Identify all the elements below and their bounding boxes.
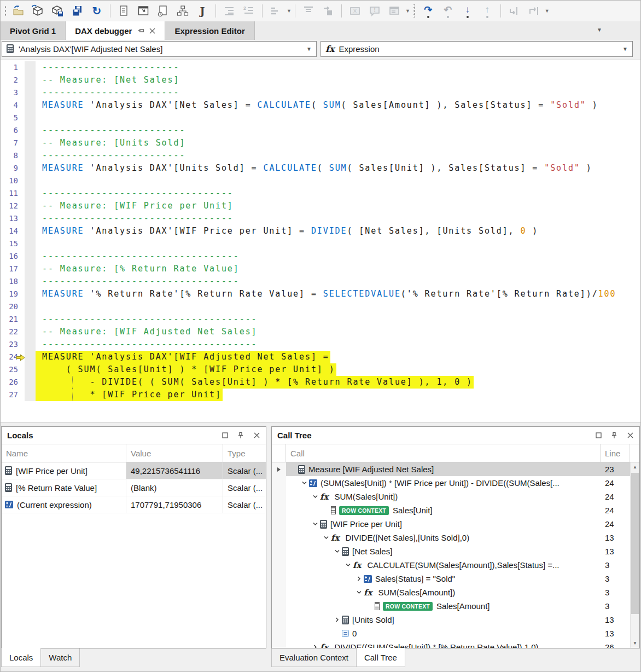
move-next-icon[interactable]	[321, 4, 335, 18]
code-line[interactable]: 2-- Measure: [Net Sales]	[1, 74, 640, 86]
format-indent-icon[interactable]	[222, 4, 236, 18]
run-results-icon[interactable]	[136, 4, 150, 18]
save-all-icon[interactable]	[70, 4, 84, 18]
chevron-down-icon[interactable]	[310, 521, 320, 527]
code-line[interactable]: 3-----------------------	[1, 86, 640, 99]
code-line[interactable]: 10	[1, 175, 640, 187]
calltree-row[interactable]: ROW CONTEXTSales[Unit]24	[272, 503, 630, 517]
tab-pivot-grid-1[interactable]: Pivot Grid 1	[1, 21, 66, 40]
format-indent-2-icon[interactable]: 2	[242, 4, 256, 18]
dax-code-editor[interactable]: 1-----------------------2-- Measure: [Ne…	[1, 60, 640, 422]
tab-watch[interactable]: Watch	[41, 648, 80, 667]
code-line[interactable]: 13--------------------------------	[1, 212, 640, 225]
calltree-row[interactable]: Measure [WIF Adjusted Net Sales]23	[272, 462, 630, 476]
vertical-scrollbar[interactable]: ▲ ▼	[630, 462, 639, 648]
code-line[interactable]: 21------------------------------------	[1, 313, 640, 326]
calltree-row[interactable]: ROW CONTEXTSales[Amount]3	[272, 599, 630, 613]
measure-selector[interactable]: 'Analysis DAX'[WIF Adjusted Net Sales] ▼	[2, 41, 317, 57]
calltree-row[interactable]: fxDIVIDE((SUM(Sales[Unit]) * [% Return R…	[272, 640, 630, 648]
step-out-icon[interactable]: ↑	[480, 4, 494, 18]
code-line[interactable]: 16---------------------------------	[1, 250, 640, 263]
code-line[interactable]: 8------------------------	[1, 149, 640, 162]
column-header-type[interactable]: Type	[223, 444, 266, 462]
query-plan-icon[interactable]	[156, 4, 170, 18]
chevron-right-icon[interactable]	[332, 617, 342, 623]
locals-row[interactable]: (Current expression)1707791,71950306Scal…	[2, 496, 266, 513]
expression-selector[interactable]: fx Expression ▼	[320, 41, 633, 57]
step-back-icon[interactable]: ↶	[441, 4, 455, 18]
calltree-row[interactable]: [WIF Price per Unit]24	[272, 517, 630, 531]
tab-expression-editor[interactable]: Expression Editor	[165, 21, 254, 40]
debug-dropdown-icon[interactable]: ▼	[545, 8, 550, 14]
chevron-down-icon[interactable]	[343, 562, 353, 568]
locals-row[interactable]: [% Return Rate Value](Blank)Scalar (...	[2, 479, 266, 496]
code-line[interactable]: 15	[1, 237, 640, 250]
windows-dropdown-icon[interactable]: ▼	[405, 8, 410, 14]
windows-icon[interactable]	[387, 4, 401, 18]
calltree-row[interactable]: Sales[Status] = "Sold"3	[272, 572, 630, 586]
chevron-down-icon[interactable]: ▼	[622, 46, 628, 52]
code-line[interactable]: 26 - DIVIDE( ( SUM( Sales[Unit] ) * [% R…	[1, 376, 640, 389]
code-line[interactable]: 5	[1, 112, 640, 124]
step-over-icon[interactable]: ↷	[421, 4, 435, 18]
chevron-down-icon[interactable]	[310, 494, 320, 500]
pin-icon[interactable]	[610, 432, 618, 439]
scroll-up-icon[interactable]: ▲	[631, 462, 639, 472]
chevron-right-icon[interactable]	[310, 644, 320, 648]
script-icon[interactable]: J	[195, 4, 209, 18]
calltree-row[interactable]: [Units Sold]13	[272, 613, 630, 627]
calltree-row[interactable]: fxSUM(Sales[Amount])3	[272, 586, 630, 599]
locals-row[interactable]: [WIF Price per Unit]49,2215736541116Scal…	[2, 462, 266, 479]
code-line[interactable]: 9MEASURE 'Analysis DAX'[Units Sold] = CA…	[1, 162, 640, 175]
scrollbar-thumb[interactable]	[631, 473, 639, 614]
tab-overflow-chevron-icon[interactable]: ▼	[597, 27, 602, 33]
code-line[interactable]: 19MEASURE '% Return Rate'[% Return Rate …	[1, 288, 640, 300]
tab-evaluation-context[interactable]: Evaluation Context	[271, 648, 357, 667]
toolbar-grip[interactable]	[4, 4, 7, 18]
document-icon[interactable]	[116, 4, 131, 18]
column-header-name[interactable]: Name	[2, 444, 126, 462]
code-line[interactable]: 4MEASURE 'Analysis DAX'[Net Sales] = CAL…	[1, 99, 640, 112]
save-model-icon[interactable]	[50, 4, 65, 18]
tab-locals[interactable]: Locals	[1, 648, 41, 667]
maximize-icon[interactable]	[221, 432, 229, 439]
format-list-dropdown-icon[interactable]: ▼	[287, 8, 292, 14]
calltree-row[interactable]: fxDIVIDE([Net Sales],[Units Sold],0)13	[272, 531, 630, 544]
run-to-cursor-icon[interactable]	[507, 4, 521, 18]
close-icon[interactable]	[253, 432, 260, 439]
comment-window-icon[interactable]: !	[368, 4, 382, 18]
column-header-call[interactable]: Call	[286, 444, 601, 462]
chevron-down-icon[interactable]	[332, 548, 342, 554]
code-line[interactable]: 12-- Measure: [WIF Price per Unit]	[1, 200, 640, 212]
jump-out-icon[interactable]	[527, 4, 541, 18]
code-line[interactable]: 14MEASURE 'Analysis DAX'[WIF Price per U…	[1, 225, 640, 237]
code-line[interactable]: 27 * [WIF Price per Unit]	[1, 389, 640, 401]
format-list-icon[interactable]	[269, 4, 283, 18]
open-model-icon[interactable]	[31, 4, 45, 18]
maximize-icon[interactable]	[595, 432, 602, 439]
tab-call-tree[interactable]: Call Tree	[357, 648, 405, 667]
pin-icon[interactable]	[137, 26, 145, 36]
step-into-icon[interactable]: ↓	[461, 4, 475, 18]
code-line[interactable]: 6------------------------	[1, 124, 640, 137]
chevron-down-icon[interactable]	[321, 535, 331, 541]
code-line[interactable]: 23------------------------------------	[1, 338, 640, 351]
code-line[interactable]: 22-- Measure: [WIF Adjusted Net Sales]	[1, 326, 640, 338]
code-line[interactable]: 1-----------------------	[1, 61, 640, 74]
code-line[interactable]: 11--------------------------------	[1, 187, 640, 200]
calltree-row[interactable]: (SUM(Sales[Unit]) * [WIF Price per Unit]…	[272, 476, 630, 490]
refresh-icon[interactable]: ↻	[90, 4, 104, 18]
code-line[interactable]: 24MEASURE 'Analysis DAX'[WIF Adjusted Ne…	[1, 351, 640, 363]
chevron-down-icon[interactable]	[354, 589, 364, 595]
calltree-row[interactable]: fxCALCULATE(SUM(Sales[Amount]),Sales[Sta…	[272, 558, 630, 572]
watch-window-icon[interactable]: X	[348, 4, 362, 18]
chevron-down-icon[interactable]: ▼	[306, 46, 312, 52]
close-icon[interactable]	[626, 432, 634, 439]
align-top-icon[interactable]	[301, 4, 316, 18]
calltree-row[interactable]: [Net Sales]13	[272, 544, 630, 558]
chevron-right-icon[interactable]	[354, 576, 364, 582]
calltree-row[interactable]: fxSUM(Sales[Unit])24	[272, 490, 630, 503]
calltree-row[interactable]: 013	[272, 627, 630, 640]
code-line[interactable]: 17-- Measure: [% Return Rate Value]	[1, 263, 640, 275]
column-header-line[interactable]: Line	[601, 444, 630, 462]
